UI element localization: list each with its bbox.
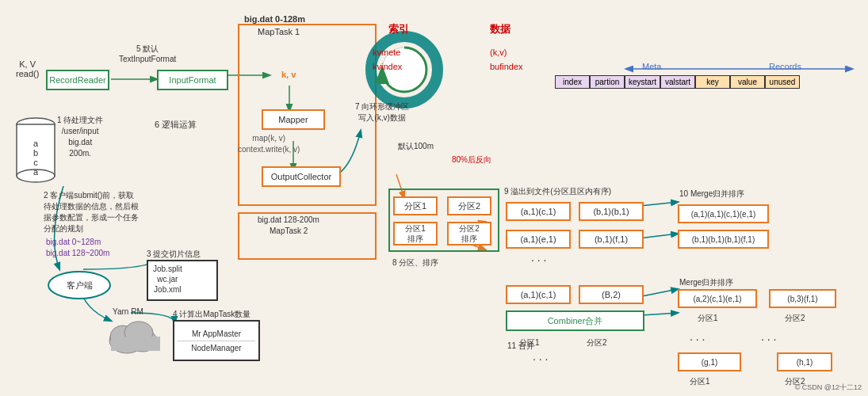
inputformat-box: InputFormat bbox=[157, 70, 228, 90]
merge1-text: (a,1)(a,1)(c,1)(e,1) bbox=[691, 209, 756, 219]
job-split-box: Job.split wc.jar Job.xml bbox=[147, 260, 218, 301]
b3f1-text: (b,3)(f,1) bbox=[787, 294, 817, 304]
header-valstart: valstart bbox=[660, 75, 695, 89]
header-row: index partion keystart valstart key valu… bbox=[555, 75, 800, 89]
header-partion: partion bbox=[590, 75, 625, 89]
index-big-label: 索引 bbox=[388, 22, 409, 36]
data-big-label: 数据 bbox=[490, 22, 510, 36]
nodemanager-text: NodeManager bbox=[191, 341, 241, 353]
step10-label: 10 Merge归并排序 bbox=[679, 188, 744, 200]
footer-text: © CSDN @12十二12 bbox=[795, 383, 862, 393]
submit-info-label: 2 客户端submit()前，获取待处理数据的信息，然后根据参数配置，形成一个任… bbox=[44, 190, 170, 234]
step11-label: 11 合并 bbox=[507, 341, 534, 352]
step8-label: 8 分区、排序 bbox=[392, 257, 438, 268]
h1-box: (h,1) bbox=[777, 352, 832, 371]
combiner-merge-text: Combiner合并 bbox=[548, 315, 603, 326]
partition2-box: 分区2 bbox=[447, 196, 491, 215]
combiner-merge-box: Combiner合并 bbox=[506, 310, 644, 331]
partition1-text: 分区1 bbox=[404, 200, 426, 211]
svg-text:a: a bbox=[33, 167, 39, 177]
mapper-box: Mapper bbox=[262, 109, 325, 130]
merge2-text: (b,1)(b,1)(b,1)(f,1) bbox=[692, 234, 755, 245]
g1-box: (g,1) bbox=[678, 352, 741, 371]
header-value: value bbox=[730, 75, 765, 89]
spill-a1c1-box: (a,1)(c,1) bbox=[506, 202, 571, 221]
partition1-box: 分区1 bbox=[393, 196, 438, 215]
b1f1-text: (b,1)(f,1) bbox=[595, 234, 628, 245]
header-key: key bbox=[695, 75, 730, 89]
partition2-text: 分区2 bbox=[458, 200, 480, 211]
partition1-sort-box: 分区1 排序 bbox=[393, 222, 438, 246]
bufindex-label: bufindex bbox=[490, 62, 523, 71]
map-context-label: map(k, v)context.write(k, v) bbox=[238, 133, 300, 155]
logic-op-label: 6 逻辑运算 bbox=[155, 119, 197, 131]
default-textinputformat-label: 5 默认TextInputFormat bbox=[119, 44, 176, 63]
svg-rect-23 bbox=[111, 337, 160, 351]
client-text: 客户端 bbox=[67, 280, 93, 291]
dots2-label: · · · bbox=[533, 352, 548, 365]
big-dat-top-label: big.dat 0-128m bbox=[244, 14, 305, 24]
partition1-sort-text: 分区1 排序 bbox=[405, 223, 426, 244]
spill-files-label: 9 溢出到文件(分区且区内有序) bbox=[504, 186, 611, 197]
svg-text:b: b bbox=[33, 148, 38, 158]
combiner-B2-text: (B,2) bbox=[602, 289, 621, 300]
job-split-text: Job.split wc.jar Job.xml bbox=[153, 264, 182, 295]
final-zone2-label: 分区2 bbox=[785, 313, 805, 324]
file-cylinder: a b c a bbox=[14, 115, 58, 188]
partition2-sort-text: 分区2 排序 bbox=[459, 223, 480, 244]
recordreader-box: RecordReader bbox=[46, 70, 109, 90]
inputformat-text: InputFormat bbox=[169, 74, 216, 86]
bigdat-128-200-label: big.dat 128~200m bbox=[46, 249, 109, 257]
header-index: index bbox=[555, 75, 590, 89]
appmaster-box: Mr AppMaster NodeManager bbox=[173, 320, 260, 361]
svg-text:c: c bbox=[33, 158, 38, 167]
default-100m-label: 默认100m bbox=[398, 141, 434, 152]
output-collector-text: OutputCollector bbox=[271, 171, 331, 182]
b3f1-box: (b,3)(f,1) bbox=[769, 289, 836, 308]
mapper-text: Mapper bbox=[278, 114, 308, 125]
spill-b1f1-box: (b,1)(f,1) bbox=[579, 230, 644, 249]
spill-a1e1-box: (a,1)(e,1) bbox=[506, 230, 571, 249]
merge2-box: (b,1)(b,1)(b,1)(f,1) bbox=[678, 230, 769, 249]
commit-info-label: 3 提交切片信息 bbox=[147, 249, 201, 260]
a2c1e1-box: (a,2)(c,1)(e,1) bbox=[678, 289, 757, 308]
kv-read-label: K, Vread() bbox=[16, 59, 39, 78]
a2c1e1-text: (a,2)(c,1)(e,1) bbox=[693, 294, 741, 304]
output-collector-box: OutputCollector bbox=[262, 166, 341, 187]
combiner-a1c1-text: (a,1)(c,1) bbox=[521, 289, 556, 300]
records-label: Records bbox=[769, 62, 801, 71]
g1-text: (g,1) bbox=[702, 357, 718, 367]
appmaster-text: Mr AppMaster bbox=[178, 329, 255, 341]
merge1-box: (a,1)(a,1)(c,1)(e,1) bbox=[678, 204, 769, 223]
zone2-label: 分区2 bbox=[587, 337, 607, 348]
bigdat-bottom-label: big.dat 128-200m bbox=[258, 215, 319, 224]
combiner-a1c1-box: (a,1)(c,1) bbox=[506, 285, 571, 304]
kvmete-label: kvmete bbox=[373, 48, 400, 57]
header-unused: unused bbox=[765, 75, 800, 89]
svg-text:a: a bbox=[33, 139, 39, 148]
merge-sort-label: Merge归并排序 bbox=[679, 277, 733, 288]
b1b1-text: (b,1)(b,1) bbox=[593, 206, 629, 217]
recordreader-text: RecordReader bbox=[49, 74, 106, 86]
a1c1-text: (a,1)(c,1) bbox=[521, 206, 556, 217]
file-info-label: 1 待处理文件/user/inputbig.dat200m. bbox=[57, 115, 103, 159]
maptask1-label: MapTask 1 bbox=[258, 27, 300, 36]
cloud-shape bbox=[103, 313, 166, 358]
dots4-label: · · · bbox=[761, 333, 776, 345]
percent-80-label: 80%后反向 bbox=[452, 154, 491, 166]
compute-maptask-label: 4 计算出MapTask数量 bbox=[173, 309, 250, 320]
combiner-B2-box: (B,2) bbox=[579, 285, 644, 304]
h1-text: (h,1) bbox=[797, 357, 813, 367]
partition2-sort-box: 分区2 排序 bbox=[447, 222, 491, 246]
spill-b1b1-box: (b,1)(b,1) bbox=[579, 202, 644, 221]
kvindex-label: kvindex bbox=[373, 62, 402, 71]
dots1-label: · · · bbox=[531, 253, 546, 266]
client-oval: 客户端 bbox=[48, 271, 111, 299]
bigdat-0-128-label: big.dat 0~128m bbox=[46, 238, 101, 246]
final-zone1-label: 分区1 bbox=[698, 313, 718, 324]
kv-label: k, v bbox=[281, 70, 296, 79]
header-keystart: keystart bbox=[625, 75, 660, 89]
write-ring-label: 7 向环形缓冲区写入(k,v)数据 bbox=[355, 101, 409, 124]
maptask2-label: MapTask 2 bbox=[270, 227, 308, 235]
bottom-zone1-label: 分区1 bbox=[690, 376, 710, 387]
